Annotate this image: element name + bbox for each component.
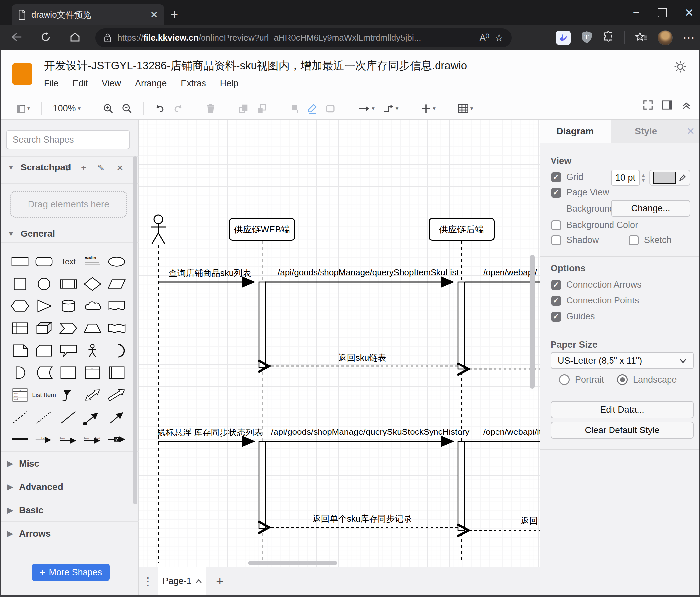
- zoom-level-dropdown[interactable]: 100%▾: [53, 103, 81, 114]
- shape-callout[interactable]: [56, 339, 80, 361]
- participant-web[interactable]: 供应链WEB端: [229, 218, 295, 241]
- message-label[interactable]: 返回sku链表: [306, 352, 419, 363]
- background-change-button[interactable]: Change...: [611, 200, 691, 217]
- reload-icon[interactable]: [36, 32, 56, 44]
- connection-points-checkbox[interactable]: ✓: [551, 296, 561, 306]
- message-label[interactable]: 鼠标悬浮 库存同步状态列表: [153, 427, 266, 438]
- shape-rounded-rectangle[interactable]: [32, 250, 56, 272]
- to-front-icon[interactable]: [238, 104, 248, 114]
- canvas-horizontal-scrollbar[interactable]: [248, 561, 338, 565]
- shape-rectangle[interactable]: [8, 250, 32, 272]
- shape-labeled-edge[interactable]: [56, 428, 80, 450]
- view-mode-button[interactable]: ▾: [17, 104, 30, 113]
- shape-search[interactable]: [6, 130, 130, 149]
- shape-cloud[interactable]: [80, 295, 104, 317]
- extensions-puzzle-icon[interactable]: [603, 31, 615, 44]
- guides-checkbox[interactable]: ✓: [551, 312, 561, 322]
- shape-trapezoid[interactable]: [80, 317, 104, 339]
- message-label[interactable]: 返回: [521, 515, 540, 527]
- shape-vertical-container[interactable]: [104, 361, 129, 384]
- grid-size-stepper[interactable]: ▲▼: [641, 170, 646, 186]
- page-view-checkbox[interactable]: ✓: [551, 188, 561, 198]
- scratchpad-add-icon[interactable]: +: [81, 163, 86, 173]
- section-advanced[interactable]: ▶Advanced: [7, 482, 63, 492]
- connection-arrow-button[interactable]: ▾: [358, 105, 375, 113]
- shape-arrow[interactable]: [104, 406, 129, 428]
- address-bar[interactable]: https://file.kkview.cn/onlinePreview?url…: [96, 28, 512, 47]
- fullscreen-icon[interactable]: [643, 100, 653, 112]
- window-close-icon[interactable]: ✕: [685, 6, 694, 19]
- section-arrows[interactable]: ▶Arrows: [7, 528, 51, 539]
- more-shapes-button[interactable]: + More Shapes: [32, 564, 110, 581]
- shape-bidirectional-arrow[interactable]: [80, 406, 104, 428]
- shape-cylinder[interactable]: [56, 295, 80, 317]
- shape-text[interactable]: Text: [56, 250, 80, 272]
- diagram-canvas[interactable]: 供应链WEB端 供应链后端 查询店铺商品sku列表 /api/goods/sho…: [139, 120, 540, 567]
- shield-extension-icon[interactable]: T: [581, 30, 593, 45]
- shape-process[interactable]: [56, 272, 80, 295]
- search-input[interactable]: [12, 134, 131, 145]
- shape-note[interactable]: [8, 339, 32, 361]
- shape-hexagon[interactable]: [8, 295, 32, 317]
- message-label[interactable]: 返回单个sku库存同步记录: [306, 513, 419, 525]
- theme-sun-icon[interactable]: [674, 61, 687, 74]
- home-icon[interactable]: [65, 32, 85, 44]
- shape-cube[interactable]: [32, 317, 56, 339]
- tab-diagram[interactable]: Diagram: [540, 120, 610, 143]
- shape-parallelogram[interactable]: [104, 272, 129, 295]
- edit-data-button[interactable]: Edit Data...: [551, 401, 694, 418]
- shape-data-storage[interactable]: [32, 361, 56, 384]
- panel-close-icon[interactable]: ✕: [681, 120, 700, 143]
- shape-square[interactable]: [8, 272, 32, 295]
- sketch-checkbox[interactable]: [629, 236, 639, 245]
- table-button[interactable]: ▾: [458, 104, 473, 114]
- section-misc[interactable]: ▶Misc: [7, 458, 40, 469]
- collapse-toolbar-icon[interactable]: [681, 100, 691, 112]
- shape-dotted-line[interactable]: [32, 406, 56, 428]
- insert-button[interactable]: ▾: [421, 104, 435, 114]
- shape-label-arrow[interactable]: [32, 428, 56, 450]
- message-label[interactable]: /api/goods/shopManage/queryShopItemSkuLi…: [278, 267, 448, 278]
- favorite-star-icon[interactable]: ☆: [495, 32, 504, 44]
- menu-item-file[interactable]: File: [44, 78, 59, 89]
- to-back-icon[interactable]: [257, 104, 267, 114]
- paper-size-select[interactable]: US-Letter (8,5" x 11"): [551, 352, 694, 369]
- undo-icon[interactable]: [155, 104, 165, 114]
- message-label[interactable]: 查询店铺商品sku列表: [153, 267, 266, 279]
- collections-star-icon[interactable]: [635, 31, 648, 44]
- shadow-checkbox[interactable]: [551, 236, 561, 245]
- window-maximize-icon[interactable]: [657, 8, 667, 17]
- shape-labeled-edge-2[interactable]: [80, 428, 104, 450]
- menu-item-extras[interactable]: Extras: [181, 78, 206, 89]
- menu-item-view[interactable]: View: [102, 78, 121, 89]
- shape-ellipse[interactable]: [104, 250, 129, 272]
- delete-icon[interactable]: [206, 104, 216, 114]
- scratchpad-header[interactable]: ▼ Scratchpad: [7, 162, 71, 173]
- back-icon[interactable]: [7, 32, 26, 44]
- sidebar-scrollbar[interactable]: [133, 156, 137, 504]
- shape-list-item[interactable]: List Item: [32, 384, 56, 406]
- message-label[interactable]: /api/goods/shopManage/querySkuStockSyncH…: [271, 427, 455, 437]
- shape-triangle[interactable]: [32, 295, 56, 317]
- portrait-radio[interactable]: [559, 375, 570, 385]
- landscape-radio[interactable]: [617, 375, 628, 385]
- fill-color-icon[interactable]: [290, 104, 299, 114]
- zoom-out-icon[interactable]: [122, 104, 132, 114]
- line-color-icon[interactable]: [307, 104, 317, 114]
- shape-list[interactable]: [8, 384, 32, 406]
- scratchpad-drop-area[interactable]: Drag elements here: [10, 191, 127, 218]
- shape-or[interactable]: [104, 339, 129, 361]
- grid-color-button[interactable]: [649, 170, 691, 186]
- menu-item-edit[interactable]: Edit: [73, 78, 88, 89]
- add-page-button[interactable]: +: [216, 574, 224, 589]
- connection-arrows-checkbox[interactable]: ✓: [551, 280, 561, 290]
- shape-card[interactable]: [32, 339, 56, 361]
- tab-close-icon[interactable]: ✕: [150, 9, 158, 20]
- menu-item-help[interactable]: Help: [220, 78, 239, 89]
- shape-actor[interactable]: [80, 339, 104, 361]
- tab-style[interactable]: Style: [610, 120, 681, 143]
- shape-bold-line[interactable]: [8, 428, 32, 450]
- grid-checkbox[interactable]: ✓: [551, 172, 561, 183]
- clear-default-style-button[interactable]: Clear Default Style: [551, 422, 694, 439]
- section-basic[interactable]: ▶Basic: [7, 505, 44, 516]
